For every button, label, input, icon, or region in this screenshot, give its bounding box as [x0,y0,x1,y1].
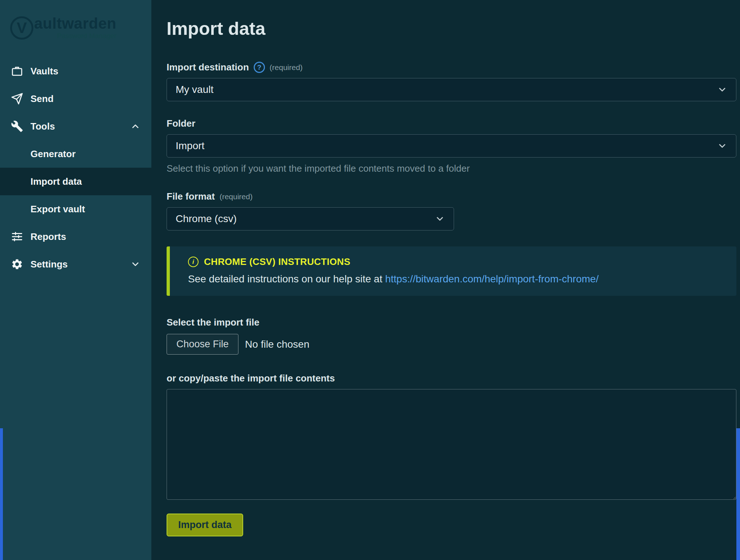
scrollbar-thumb-left[interactable] [0,428,3,560]
sidebar-item-vaults[interactable]: Vaults [0,57,151,85]
sidebar-item-label: Reports [30,231,66,242]
main-content: Import data Import destination ? (requir… [151,0,740,560]
file-select-group: Select the import file Choose File No fi… [167,317,736,355]
app-window: V aultwarden Password Manager Vaults [0,0,740,560]
import-destination-label-row: Import destination ? (required) [167,62,736,73]
import-data-button[interactable]: Import data [167,514,243,536]
chevron-down-icon [130,259,140,269]
tools-icon [11,120,23,132]
logo-text: aultwarden Password Manager [34,16,116,40]
chevron-up-icon [130,121,140,131]
reports-icon [11,230,23,243]
vault-icon [11,65,23,77]
import-destination-select[interactable]: My vault [167,78,736,101]
send-icon [11,93,23,105]
sidebar-item-generator[interactable]: Generator [0,140,151,168]
sidebar-item-label: Tools [30,121,55,132]
import-destination-group: Import destination ? (required) My vault [167,62,736,101]
sidebar-item-send[interactable]: Send [0,85,151,113]
import-contents-textarea[interactable] [167,389,736,500]
info-icon: i [188,257,199,267]
chevron-down-icon [717,141,727,151]
folder-label: Folder [167,118,195,129]
sidebar-item-settings[interactable]: Settings [0,250,151,278]
logo-wordmark: aultwarden [34,16,116,31]
sidebar-item-import-data[interactable]: Import data [0,168,151,195]
sidebar-item-export-vault[interactable]: Export vault [0,195,151,223]
vaultwarden-logo-icon: V [10,16,33,40]
folder-select[interactable]: Import [167,134,736,158]
sidebar-item-label: Import data [30,176,82,187]
callout-title-row: i CHROME (CSV) INSTRUCTIONS [188,256,725,267]
help-icon[interactable]: ? [254,62,265,73]
file-status: No file chosen [245,339,309,350]
sidebar-item-label: Settings [30,259,68,270]
file-format-label-row: File format (required) [167,191,736,202]
chevron-down-icon [717,85,727,95]
file-format-select[interactable]: Chrome (csv) [167,207,454,230]
page-title: Import data [167,18,736,39]
instructions-callout: i CHROME (CSV) INSTRUCTIONS See detailed… [167,246,736,296]
sidebar-item-reports[interactable]: Reports [0,223,151,250]
import-destination-label: Import destination [167,62,249,73]
file-format-group: File format (required) Chrome (csv) [167,191,736,230]
folder-group: Folder Import Select this option if you … [167,118,736,174]
paste-label-row: or copy/paste the import file contents [167,373,736,384]
file-select-label-row: Select the import file [167,317,736,328]
file-format-label: File format [167,191,215,202]
folder-label-row: Folder [167,118,736,129]
file-input[interactable]: Choose File No file chosen [167,334,736,355]
scrollbar-thumb-right[interactable] [736,428,740,560]
select-value: My vault [176,84,213,95]
chevron-down-icon [435,214,445,224]
sidebar-item-label: Send [30,93,54,105]
select-value: Import [176,140,204,152]
sidebar-item-label: Vaults [30,66,58,77]
logo-subtitle: Password Manager [34,32,116,40]
callout-text: See detailed instructions on our help si… [188,273,725,285]
vaultwarden-logo[interactable]: V aultwarden Password Manager [0,16,151,40]
callout-body: See detailed instructions on our help si… [188,273,382,285]
help-link[interactable]: https://bitwarden.com/help/import-from-c… [385,273,598,285]
sidebar-item-tools[interactable]: Tools [0,113,151,140]
folder-hint: Select this option if you want the impor… [167,163,736,174]
sidebar-nav: Vaults Send Tools [0,57,151,278]
required-badge: (required) [220,192,253,201]
file-select-label: Select the import file [167,317,259,328]
choose-file-button[interactable]: Choose File [167,334,238,355]
settings-icon [11,258,23,270]
sidebar-item-label: Export vault [30,204,85,215]
sidebar: V aultwarden Password Manager Vaults [0,0,151,560]
sidebar-item-label: Generator [30,148,75,160]
paste-label: or copy/paste the import file contents [167,373,335,384]
paste-group: or copy/paste the import file contents [167,373,736,500]
callout-title: CHROME (CSV) INSTRUCTIONS [204,256,350,267]
select-value: Chrome (csv) [176,213,237,225]
required-badge: (required) [270,63,303,72]
logo-initial: V [17,19,27,37]
